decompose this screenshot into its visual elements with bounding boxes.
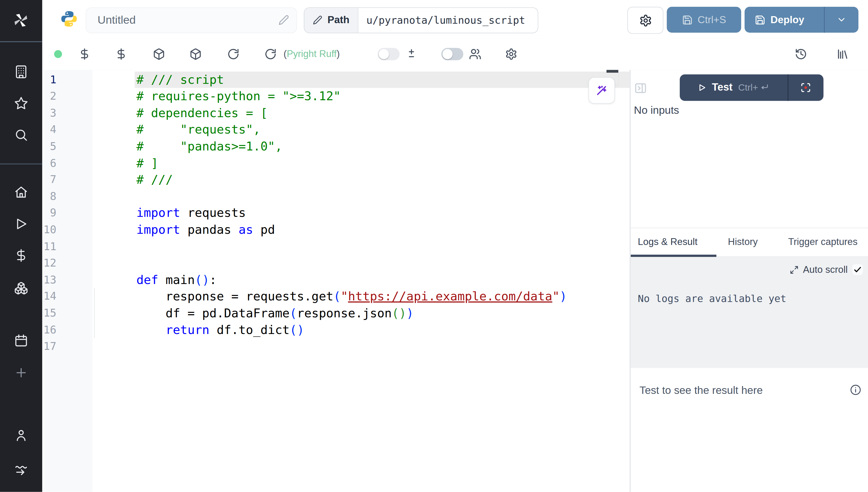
auto-scroll-control[interactable]: Auto scroll xyxy=(789,264,863,275)
variable-add-button[interactable] xyxy=(115,39,128,70)
sidebar-item-search[interactable] xyxy=(0,122,42,147)
toggle-off[interactable] xyxy=(378,48,400,60)
sidebar-item-schedules[interactable] xyxy=(0,328,42,353)
ai-assistant-button[interactable] xyxy=(588,77,615,104)
save-button[interactable]: Ctrl+S xyxy=(667,7,741,33)
capture-frame-icon xyxy=(800,82,812,94)
path-field[interactable]: Path u/pyranota/luminous_script xyxy=(304,7,538,33)
line-number: 7 xyxy=(42,171,56,188)
code-line[interactable]: import pandas as pd xyxy=(135,222,629,238)
search-icon xyxy=(14,127,28,142)
sidebar-item-runs[interactable] xyxy=(0,212,42,236)
script-title-field[interactable]: Untitled xyxy=(86,7,297,33)
history-icon xyxy=(795,48,807,60)
sidebar-item-workspace-switch[interactable] xyxy=(0,458,42,482)
enter-icon xyxy=(760,83,769,92)
code-line[interactable]: # /// script xyxy=(135,71,629,88)
variable-picker-button[interactable] xyxy=(78,39,91,70)
library-button[interactable] xyxy=(837,39,849,70)
deploy-button[interactable]: Deploy xyxy=(745,7,824,33)
history-button[interactable] xyxy=(795,39,807,70)
save-icon xyxy=(682,14,693,25)
settings-button[interactable] xyxy=(627,7,664,34)
code-line[interactable] xyxy=(135,188,629,205)
code-editor[interactable]: 1234567891011121314151617 # /// script# … xyxy=(42,70,629,492)
code-line[interactable]: df = pd.DataFrame(response.json()) xyxy=(135,305,629,321)
info-icon[interactable] xyxy=(849,384,862,396)
code-token: # "requests", xyxy=(137,123,260,137)
sidebar-item-variables[interactable] xyxy=(0,243,42,268)
sidebar-item-workspace[interactable] xyxy=(0,59,42,84)
code-line[interactable]: response = requests.get("https://api.exa… xyxy=(135,288,629,305)
tab-trigger-captures[interactable]: Trigger captures xyxy=(788,236,858,248)
sidebar-item-home[interactable] xyxy=(0,180,42,204)
expand-icon[interactable] xyxy=(789,265,798,274)
sidebar-item-favorites[interactable] xyxy=(0,91,42,115)
pencil-icon[interactable] xyxy=(279,15,289,25)
code-token: requests xyxy=(180,206,246,220)
diff-button[interactable] xyxy=(405,39,418,70)
sidebar-item-account[interactable] xyxy=(0,422,42,447)
path-value[interactable]: u/pyranota/luminous_script xyxy=(359,7,538,32)
language-assistants: (Pyright Ruff) xyxy=(284,39,340,70)
capture-test-button[interactable] xyxy=(788,74,823,101)
diff-mode-toggle[interactable] xyxy=(378,39,400,70)
panel-collapse-icon[interactable] xyxy=(634,81,647,95)
sidebar-item-more[interactable] xyxy=(0,360,42,385)
logs-panel: Auto scroll No logs are available yet xyxy=(630,257,868,368)
tab-logs-result[interactable]: Logs & Result xyxy=(638,236,697,248)
code-line[interactable]: # "pandas>=1.0", xyxy=(135,138,629,155)
reload-button[interactable] xyxy=(227,39,240,70)
code-line[interactable]: # /// xyxy=(135,171,629,188)
code-token: pd xyxy=(253,223,275,237)
editor-settings-button[interactable] xyxy=(505,39,517,70)
resource-add-button[interactable] xyxy=(189,39,202,70)
code-line[interactable] xyxy=(135,338,629,355)
code-line[interactable]: def main(): xyxy=(135,271,629,288)
refresh-icon xyxy=(264,48,277,60)
line-number: 16 xyxy=(42,321,56,338)
check-icon xyxy=(853,266,862,274)
line-number: 3 xyxy=(42,105,56,121)
code-line[interactable] xyxy=(135,238,629,255)
code-line[interactable]: # "requests", xyxy=(135,121,629,138)
code-token: # ] xyxy=(137,156,158,170)
code-line[interactable]: # requires-python = ">=3.12" xyxy=(135,88,629,105)
magic-wand-icon xyxy=(595,84,608,97)
workspace-switch-icon xyxy=(14,463,28,477)
line-number: 17 xyxy=(42,338,56,355)
reload-assistants-button[interactable] xyxy=(264,39,277,70)
line-number: 9 xyxy=(42,205,56,222)
multiplayer-toggle[interactable] xyxy=(441,39,463,70)
code-line[interactable]: # dependencies = [ xyxy=(135,105,629,121)
no-inputs-message: No inputs xyxy=(634,104,679,117)
test-button[interactable]: Test Ctrl+ xyxy=(679,74,788,101)
code-token: def xyxy=(137,273,158,287)
windmill-logo[interactable] xyxy=(13,12,29,29)
multiplayer-button[interactable] xyxy=(469,39,482,70)
editor-code[interactable]: # /// script# requires-python = ">=3.12"… xyxy=(135,71,629,355)
tab-history[interactable]: History xyxy=(728,236,758,248)
right-panel: Test Ctrl+ No inputs Logs & ResultHistor… xyxy=(630,70,868,492)
code-line[interactable] xyxy=(135,255,629,271)
line-number: 6 xyxy=(42,155,56,171)
auto-scroll-label: Auto scroll xyxy=(803,264,848,275)
code-line[interactable]: import requests xyxy=(135,205,629,222)
code-token: as xyxy=(239,223,253,237)
deploy-options-button[interactable] xyxy=(824,7,858,33)
code-token: () xyxy=(195,273,209,287)
editor-scrollbar-thumb[interactable] xyxy=(606,70,618,73)
code-line[interactable]: return df.to_dict() xyxy=(135,321,629,338)
code-token: response = requests.get xyxy=(137,289,333,303)
path-label-segment[interactable]: Path xyxy=(305,7,359,32)
app-window: Untitled Path u/pyranota/luminous_script xyxy=(0,0,868,492)
deploy-label: Deploy xyxy=(771,14,804,25)
assistants-paren: ) xyxy=(336,49,340,60)
toggle-off[interactable] xyxy=(441,48,463,60)
resource-picker-button[interactable] xyxy=(153,39,165,70)
auto-scroll-checkbox[interactable] xyxy=(852,265,863,275)
assistants-label: Pyright Ruff xyxy=(287,49,337,60)
code-line[interactable]: # ] xyxy=(135,155,629,171)
code-link[interactable]: https://api.example.com/data xyxy=(348,289,552,303)
sidebar-item-resources[interactable] xyxy=(0,275,42,300)
